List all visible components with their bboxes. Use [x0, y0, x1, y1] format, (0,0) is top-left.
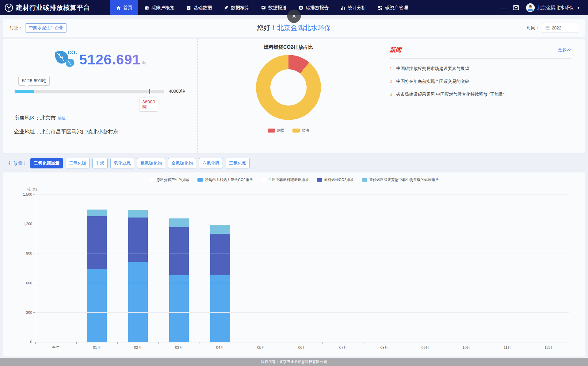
bar-stack-01月[interactable]	[87, 210, 107, 342]
nav-item-pen[interactable]: 数据核算	[218, 0, 255, 15]
bar-stack-02月[interactable]	[128, 210, 148, 342]
category-cell	[487, 195, 528, 342]
time-label: 时间：	[527, 25, 540, 31]
x-tick-mark	[528, 342, 528, 344]
nav-item-stats[interactable]: 统计分析	[334, 0, 372, 15]
co2-leaf-icon: CO₂	[53, 48, 79, 71]
donut-legend-item[interactable]: 柴油	[292, 128, 309, 133]
bar-stack-04月[interactable]	[210, 225, 230, 342]
x-tick-mark	[364, 342, 364, 344]
nav-item-list[interactable]: 基础数据	[180, 0, 218, 15]
category-cell	[364, 195, 405, 342]
calendar-icon	[545, 26, 550, 30]
region-edit-link[interactable]: 编辑	[58, 116, 66, 121]
bar-chart-plot[interactable]: 全年01月02月03月04月05月06月07月08月09月10月11月12月 0…	[35, 195, 569, 342]
category-cell	[282, 195, 323, 342]
year-picker[interactable]: 2022	[542, 23, 578, 33]
legend-swatch	[261, 178, 266, 182]
emission-tab-option[interactable]: 二氧化碳	[66, 158, 90, 168]
x-tick-label: 11月	[487, 345, 528, 350]
quota-row: 36000吨	[14, 94, 164, 108]
nav-item-label: 碳排放报告	[306, 5, 329, 11]
x-tick-label: 07月	[323, 345, 364, 350]
emission-tab-option[interactable]: 六氟化硫	[199, 158, 223, 168]
emission-tab-option[interactable]: 氧化亚氮	[110, 158, 134, 168]
category-cell	[117, 195, 158, 342]
nav-menu: 首页碳账户概览基础数据数据核算数据报送C碳排放报告统计分析碳资产管理	[110, 0, 414, 15]
co2-total-row: CO₂ 5126.691 吨	[14, 48, 185, 71]
news-item[interactable]: 1中国碳排放权交易市场建设要素与展望	[390, 66, 571, 71]
category-cell	[405, 195, 446, 342]
emission-tab-option[interactable]: 甲烷	[92, 158, 108, 168]
bar-series-area	[35, 195, 569, 342]
bar-legend-item[interactable]: 替代燃料或废弃物中非生物质碳的燃烧排放	[362, 177, 439, 183]
plot-area: 全年01月02月03月04月05月06月07月08月09月10月11月12月 0…	[35, 195, 569, 342]
bar-legend-item[interactable]: 原料分解产生的排放	[149, 177, 189, 183]
svg-text:C: C	[300, 6, 302, 10]
nav-item-label: 基础数据	[193, 5, 212, 11]
user-menu[interactable]: 北京金隅北水环保 ▼	[526, 3, 580, 12]
x-tick-mark	[117, 342, 118, 344]
x-tick-label: 02月	[117, 345, 158, 350]
gauge-tooltip: 5126.691吨	[18, 76, 50, 86]
y-tick-mark	[33, 194, 35, 195]
x-tick-label: 12月	[528, 345, 569, 350]
y-tick-label: 1,500	[23, 192, 32, 197]
nav-item-report[interactable]: 数据报送	[255, 0, 292, 15]
region-value: 北京市	[40, 115, 56, 121]
news-item[interactable]: 2中国将在年底前实现全国碳交易的突破	[390, 79, 571, 84]
close-button[interactable]: ✕	[287, 10, 301, 23]
mail-icon[interactable]	[513, 4, 519, 11]
monthly-chart-card: 原料分解产生的排放净购电力和热力隐含CO2排放生料中非燃料碳煅烧排放燃料燃烧CO…	[3, 172, 585, 356]
report-icon	[261, 5, 266, 10]
donut-chart[interactable]	[256, 55, 321, 120]
stats-icon	[340, 5, 346, 10]
copyright-icon: C	[298, 5, 304, 10]
bar-segment	[169, 275, 189, 342]
news-more-link[interactable]: 更多>>	[558, 47, 571, 53]
bar-stack-03月[interactable]	[169, 218, 189, 342]
emission-tab-active[interactable]: 二氧化碳当量	[30, 158, 63, 168]
bar-legend-item[interactable]: 净购电力和热力隐含CO2排放	[197, 177, 253, 183]
nav-item-wallet[interactable]: 碳账户概览	[138, 0, 180, 15]
nav-item-grid[interactable]: 碳资产管理	[372, 0, 414, 15]
legend-swatch	[149, 178, 155, 182]
bar-segment	[210, 275, 230, 342]
donut-legend-item[interactable]: 烟煤	[268, 128, 284, 133]
legend-swatch	[292, 129, 300, 133]
x-tick-mark	[446, 342, 446, 344]
time-filter: 时间： 2022	[527, 23, 578, 33]
legend-swatch	[197, 178, 203, 182]
news-item-rank: 3	[390, 91, 392, 97]
quota-label: 36000吨	[139, 98, 158, 112]
emission-tab-option[interactable]: 氢氟碳化物	[137, 158, 165, 168]
x-tick-mark	[241, 342, 241, 344]
x-tick-label: 04月	[200, 345, 241, 350]
news-title: 新闻	[390, 46, 401, 54]
footer-bar: 版权所有：北京雪迪龙信息科技有限公司	[0, 358, 588, 366]
news-item[interactable]: 3碳市场建设硕果累累 中国应对气候变化持续释放 “正能量”	[390, 91, 571, 97]
quota-gauge: 40000吨	[14, 89, 185, 94]
bar-segment	[87, 210, 107, 216]
fuel-donut-column: 燃料燃烧CO2排放占比 烟煤柴油	[197, 39, 379, 153]
nav-item-home[interactable]: 首页	[110, 0, 138, 15]
x-tick-mark	[569, 342, 569, 344]
category-cell	[528, 195, 569, 342]
emission-tabs-row: 排放量： 二氧化碳当量二氧化碳甲烷氧化亚氮氢氟碳化物全氟碳化物六氟化硫三氟化氮	[9, 158, 585, 168]
gauge-track-outer	[14, 89, 165, 94]
greeting-company[interactable]: 北京金隅北水环保	[277, 24, 331, 32]
bar-legend-item[interactable]: 生料中非燃料碳煅烧排放	[261, 177, 309, 183]
legend-label: 生料中非燃料碳煅烧排放	[268, 177, 309, 183]
x-tick-label: 全年	[35, 345, 76, 350]
emission-tab-option[interactable]: 三氟化氮	[226, 158, 250, 168]
bar-segment	[87, 269, 107, 342]
legend-label: 净购电力和热力隐含CO2排放	[205, 177, 253, 183]
emission-tab-option[interactable]: 全氟碳化物	[168, 158, 196, 168]
category-cell	[76, 195, 117, 342]
category-cell	[241, 195, 282, 342]
grid-icon	[378, 5, 383, 10]
gridline	[35, 253, 569, 253]
nav-more-button[interactable]: ...	[500, 5, 506, 10]
bar-legend-item[interactable]: 燃料燃烧CO2排放	[317, 177, 354, 183]
industry-chip[interactable]: 中国水泥生产企业	[25, 23, 67, 33]
